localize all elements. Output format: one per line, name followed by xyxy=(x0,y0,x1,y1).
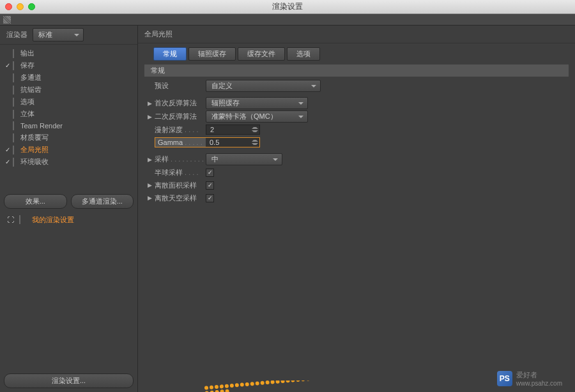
tabs-row: 常规 辐照缓存 缓存文件 选项 xyxy=(138,43,575,63)
effect-buttons-row: 效果... 多通道渲染... xyxy=(0,190,137,213)
multipass-button[interactable]: 多通道渲染... xyxy=(71,194,134,209)
window-title: 渲染设置 xyxy=(272,1,303,12)
category-save[interactable]: ✓ 保存 xyxy=(0,59,137,72)
primary-method-dropdown[interactable]: 辐照缓存 xyxy=(206,97,308,109)
disclosure-icon[interactable]: ▶ xyxy=(144,114,155,120)
discrete-sky-checkbox[interactable]: ✓ xyxy=(206,194,214,202)
gamma-input[interactable]: 0.5 xyxy=(206,137,260,147)
window-titlebar: 渲染设置 xyxy=(0,0,575,14)
samples-row: ▶ 采样 . . . . . . . . . 中 xyxy=(144,153,569,166)
checkbox-icon[interactable]: ✓ xyxy=(3,158,13,165)
render-settings-button[interactable]: 渲染设置... xyxy=(4,373,134,388)
preset-dropdown[interactable]: 自定义 xyxy=(206,80,321,92)
tab-options[interactable]: 选项 xyxy=(287,47,320,61)
watermark: PS 爱好者 www.psahz.com xyxy=(497,370,562,387)
hemispherical-row: 半球采样 . . . . ✓ xyxy=(144,166,569,179)
preset-expand-icon: ⛶ xyxy=(6,216,14,223)
primary-method-row: ▶ 首次反弹算法 辐照缓存 xyxy=(144,96,569,110)
settings-area: 预设 自定义 ▶ 首次反弹算法 辐照缓存 ▶ 二次反弹算法 准蒙特卡洛（Q xyxy=(138,78,575,206)
my-preset-row[interactable]: ⛶ 我的渲染设置 xyxy=(0,213,137,227)
background-decoration xyxy=(204,381,332,392)
renderer-dropdown[interactable]: 标准 xyxy=(33,28,84,41)
category-antialiasing[interactable]: 抗锯齿 xyxy=(0,84,137,96)
secondary-method-row: ▶ 二次反弹算法 准蒙特卡洛（QMC） xyxy=(144,110,569,123)
section-header: 常规 xyxy=(144,64,569,77)
discrete-area-row: ▶ 离散面积采样 ✓ xyxy=(144,179,569,192)
category-material-override[interactable]: 材质覆写 xyxy=(0,132,137,144)
texture-icon[interactable] xyxy=(3,16,11,24)
panel-title: 全局光照 xyxy=(138,26,575,43)
minimize-button[interactable] xyxy=(17,3,24,10)
category-stereo[interactable]: 立体 xyxy=(0,108,137,120)
discrete-sky-row: ▶ 离散天空采样 ✓ xyxy=(144,192,569,204)
right-panel: 全局光照 常规 辐照缓存 缓存文件 选项 常规 预设 自定义 ▶ 首次反弹算法 xyxy=(138,26,575,392)
disclosure-icon[interactable]: ▶ xyxy=(144,195,155,201)
checkbox-icon[interactable]: ✓ xyxy=(3,146,13,153)
disclosure-icon[interactable]: ▶ xyxy=(144,156,155,163)
tab-general[interactable]: 常规 xyxy=(153,47,187,61)
category-multipass[interactable]: 多通道 xyxy=(0,72,137,84)
preset-row: 预设 自定义 xyxy=(144,79,569,93)
category-list: 输出 ✓ 保存 多通道 抗锯齿 选项 xyxy=(0,45,137,190)
renderer-label: 渲染器 xyxy=(6,30,27,40)
watermark-logo: PS xyxy=(497,371,512,386)
category-global-illumination[interactable]: ✓ 全局光照 xyxy=(0,144,137,156)
tab-irradiance-cache[interactable]: 辐照缓存 xyxy=(188,47,236,61)
disclosure-icon[interactable]: ▶ xyxy=(144,182,155,188)
hemispherical-checkbox[interactable]: ✓ xyxy=(206,169,214,177)
checkbox-icon[interactable]: ✓ xyxy=(3,62,13,69)
category-output[interactable]: 输出 xyxy=(0,47,137,59)
diffuse-depth-row: 漫射深度 . . . . 2 xyxy=(144,123,569,136)
spinner-icon[interactable] xyxy=(252,139,258,146)
samples-dropdown[interactable]: 中 xyxy=(206,153,282,165)
renderer-selector-row: 渲染器 标准 xyxy=(0,26,137,45)
discrete-area-checkbox[interactable]: ✓ xyxy=(206,181,214,190)
bottom-button-row: 渲染设置... xyxy=(0,370,137,392)
category-options[interactable]: 选项 xyxy=(0,96,137,108)
effect-button[interactable]: 效果... xyxy=(4,194,67,209)
disclosure-icon[interactable]: ▶ xyxy=(144,100,155,107)
left-sidebar: 渲染器 标准 输出 ✓ 保存 多通道 xyxy=(0,26,138,392)
toolbar xyxy=(0,14,575,26)
category-team-render[interactable]: Team Render xyxy=(0,120,137,132)
tab-cache-files[interactable]: 缓存文件 xyxy=(238,47,285,61)
maximize-button[interactable] xyxy=(28,3,35,10)
spinner-icon[interactable] xyxy=(252,126,258,133)
diffuse-depth-input[interactable]: 2 xyxy=(206,124,260,135)
close-button[interactable] xyxy=(5,3,12,10)
gamma-row: Gamma . . . . . 0.5 xyxy=(144,136,569,149)
secondary-method-dropdown[interactable]: 准蒙特卡洛（QMC） xyxy=(206,110,308,123)
traffic-lights xyxy=(5,3,35,10)
category-ambient-occlusion[interactable]: ✓ 环境吸收 xyxy=(0,156,137,168)
